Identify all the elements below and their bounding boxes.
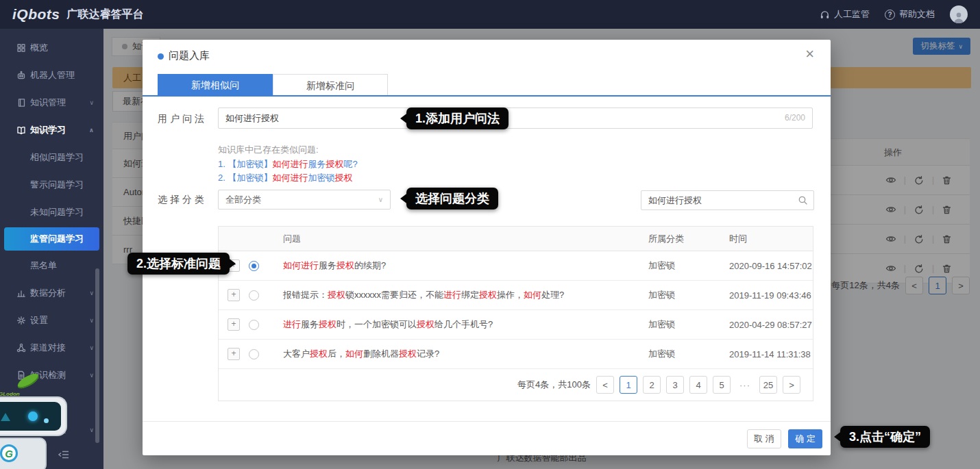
gear-icon	[16, 316, 26, 325]
category-cell: 加密锁	[628, 259, 709, 272]
modal-search-input[interactable]: 如何进行授权	[641, 190, 814, 210]
text-segment: 授权	[417, 319, 434, 329]
page-button[interactable]: 3	[666, 376, 684, 394]
modal-title: 问题入库	[169, 49, 210, 62]
search-icon	[798, 195, 808, 205]
app-logo: iQbots	[12, 6, 60, 23]
cancel-button[interactable]: 取 消	[747, 429, 781, 448]
tab-add-standard[interactable]: 新增标准问	[273, 74, 388, 97]
robot-mascot: GLodon G	[0, 375, 92, 469]
question-cell: 大客户授权后，如何删除机器授权记录?	[272, 348, 628, 360]
user-avatar[interactable]	[950, 5, 968, 23]
text-segment: 进行	[283, 319, 301, 329]
radio-button[interactable]	[249, 349, 259, 359]
confirm-button[interactable]: 确 定	[788, 429, 822, 448]
manual-supervision-link[interactable]: 人工监管	[820, 8, 870, 21]
sidebar-item-knowledge-mgmt[interactable]: 知识管理∨	[0, 89, 103, 116]
text-segment: 授权	[319, 319, 336, 329]
modal-pagination: 每页4条，共100条 <12345···25>	[219, 369, 813, 401]
text-segment: 大客户	[283, 348, 310, 359]
chevron-down-icon: ∨	[89, 317, 94, 324]
similar-question-link[interactable]: 1. 【加密锁】如何进行服务授权呢?	[218, 157, 358, 171]
sidebar-scrollbar[interactable]	[95, 268, 99, 443]
next-page-button[interactable]: >	[783, 376, 800, 394]
sidebar-item-label: 机器人管理	[30, 69, 75, 81]
text-segment: 如何	[524, 290, 541, 300]
standard-question-table: 问题 所属分类 时间 +如何进行服务授权的续期?加密锁2020-09-16 14…	[218, 226, 813, 401]
radio-button[interactable]	[249, 290, 259, 301]
tab-underline	[143, 95, 831, 97]
sidebar-item-channel[interactable]: 渠道对接∨	[0, 334, 103, 362]
pagination-info: 每页4条，共100条	[517, 379, 591, 391]
sidebar-item-blacklist[interactable]: 黑名单	[0, 252, 103, 279]
sidebar-item-settings[interactable]: 设置∨	[0, 307, 103, 334]
page-button[interactable]: 4	[689, 376, 707, 394]
sidebar-item-data-analysis[interactable]: 数据分析∨	[0, 279, 103, 307]
expand-cell: +	[219, 348, 249, 360]
robot-icon	[16, 71, 26, 80]
annotation-step2: 选择问题分类	[394, 188, 498, 210]
user-question-input[interactable]: 如何进行授权 6/200	[218, 107, 813, 129]
page-button[interactable]: 2	[643, 376, 661, 394]
sidebar-item-label: 概览	[30, 42, 48, 54]
sidebar-item-knowledge-learning[interactable]: 知识学习∧	[0, 116, 103, 144]
question-cell: 如何进行服务授权的续期?	[272, 259, 628, 272]
sidebar-item-similar-question[interactable]: 相似问题学习	[0, 144, 103, 171]
chevron-up-icon: ∧	[89, 127, 94, 134]
modal-search-value: 如何进行授权	[648, 194, 798, 207]
char-counter: 6/200	[785, 108, 805, 128]
text-segment: 加密锁	[308, 173, 334, 183]
table-row: +报错提示：授权锁xxxxxx需要归还，不能进行绑定授权操作，如何处理?加密锁2…	[219, 281, 813, 310]
text-segment: 给几个手机号?	[434, 319, 493, 329]
sidebar-item-supervised-question[interactable]: 监管问题学习	[4, 227, 99, 251]
radio-cell	[249, 349, 272, 359]
chart-icon	[16, 288, 26, 298]
nodes-icon	[16, 343, 26, 353]
text-segment: 授权	[336, 260, 354, 270]
expand-button[interactable]: +	[228, 289, 240, 301]
sidebar-item-robot-mgmt[interactable]: 机器人管理	[0, 62, 103, 89]
text-segment: 授权	[310, 348, 328, 359]
sidebar-item-label: 警示问题学习	[30, 179, 84, 191]
text-segment: 绑定	[461, 290, 479, 300]
page-button[interactable]: 5	[713, 376, 731, 394]
text-segment: 1.	[218, 159, 228, 169]
expand-button[interactable]: +	[228, 318, 240, 331]
sidebar-item-label: 知识学习	[30, 124, 66, 136]
text-segment: 授权	[328, 290, 345, 300]
sidebar-item-warning-question[interactable]: 警示问题学习	[0, 171, 103, 199]
chevron-down-icon: ∨	[89, 344, 94, 351]
question-icon: ?	[885, 10, 895, 20]
text-segment: 的续期?	[354, 260, 386, 270]
mascot-body: G	[0, 438, 47, 469]
expand-button[interactable]: +	[228, 348, 240, 360]
radio-button[interactable]	[249, 320, 259, 330]
help-docs-link[interactable]: ? 帮助文档	[885, 8, 935, 21]
text-segment: 服务	[319, 260, 336, 270]
sidebar-item-label: 黑名单	[30, 259, 57, 272]
text-segment: 如何进行	[283, 260, 319, 270]
time-cell: 2020-04-29 08:57:27	[709, 320, 813, 330]
similar-question-link[interactable]: 2. 【加密锁】如何进行加密锁授权	[218, 171, 358, 185]
category-cell: 加密锁	[628, 318, 709, 331]
page-button[interactable]: 1	[620, 376, 637, 394]
chevron-down-icon: ∨	[89, 290, 94, 296]
radio-button[interactable]	[249, 261, 259, 271]
category-select[interactable]: 全部分类 ∨	[218, 190, 391, 210]
leaf-icon	[15, 372, 40, 390]
table-row: +大客户授权后，如何删除机器授权记录?加密锁2019-11-14 11:31:3…	[219, 340, 813, 369]
footer-divider	[143, 421, 831, 422]
tab-add-similar[interactable]: 新增相似问	[158, 74, 273, 97]
text-segment: 服务	[301, 319, 319, 329]
close-icon[interactable]: ×	[805, 45, 814, 63]
sidebar-item-unknown-question[interactable]: 未知问题学习	[0, 199, 103, 226]
chevron-down-icon: ∨	[378, 190, 383, 209]
prev-page-button[interactable]: <	[596, 376, 614, 394]
manual-supervision-label: 人工监管	[834, 8, 870, 21]
sidebar-item-label: 渠道对接	[30, 342, 66, 354]
grid-icon	[16, 43, 26, 53]
page-button[interactable]: 25	[759, 376, 777, 394]
sidebar-item-overview[interactable]: 概览	[0, 34, 103, 62]
annotation-text: 3.点击“确定”	[840, 426, 930, 448]
col-category: 所属分类	[628, 233, 709, 245]
